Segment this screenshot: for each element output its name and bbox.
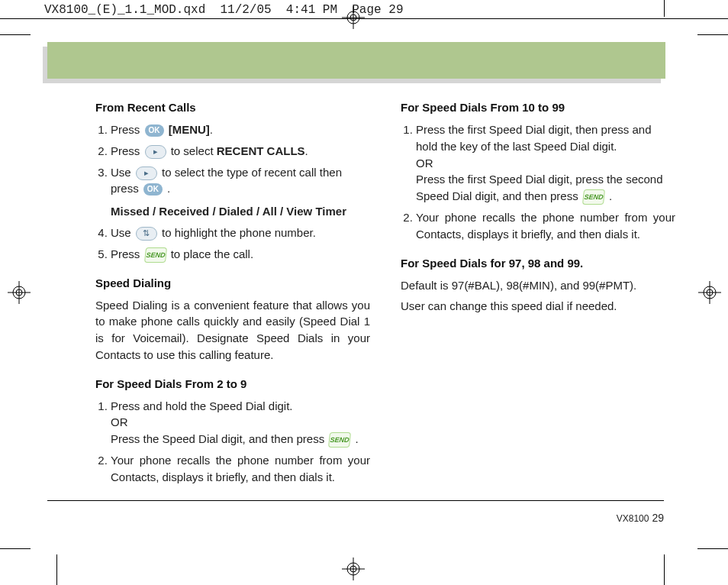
text: Press <box>111 247 143 260</box>
text: Use <box>111 166 134 179</box>
crop-mark <box>56 554 57 585</box>
menu-label: [MENU] <box>169 123 210 136</box>
sd-step-1: Press and hold the Speed Dial digit. OR … <box>111 398 370 448</box>
updown-arrow-icon: ⇅ <box>136 227 157 241</box>
sd-10-99-steps: Press the first Speed Dial digit, then p… <box>401 121 675 243</box>
page-label: 29 <box>652 512 664 524</box>
step-3: Use ▸ to select the type of recent call … <box>111 164 370 220</box>
or-label: OR <box>111 415 128 428</box>
default-speed-dials: Default is 97(#BAL), 98(#MIN), and 99(#P… <box>401 277 675 294</box>
text: Press <box>111 123 143 136</box>
register-mark-icon <box>8 281 31 304</box>
crop-mark <box>0 548 31 549</box>
text: . <box>352 432 358 445</box>
crop-mark <box>697 34 728 35</box>
recent-calls-steps: Press OK [MENU]. Press ▸ to select RECEN… <box>95 121 370 263</box>
heading-recent-calls: From Recent Calls <box>95 101 370 114</box>
step-2: Press ▸ to select RECENT CALLS. <box>111 143 370 160</box>
register-mark-icon <box>342 558 365 580</box>
sd-2-9-steps: Press and hold the Speed Dial digit. OR … <box>95 398 370 486</box>
heading-speed-dialing: Speed Dialing <box>95 276 370 289</box>
left-column: From Recent Calls Press OK [MENU]. Press… <box>95 98 370 499</box>
speed-dial-change-note: User can change this speed dial if neede… <box>401 298 675 315</box>
recent-calls-label: RECENT CALLS <box>217 144 305 157</box>
text: Press the Speed Dial digit, and then pre… <box>111 432 327 445</box>
ok-icon: OK <box>143 183 163 196</box>
crop-mark <box>0 34 31 35</box>
step-1: Press OK [MENU]. <box>111 121 370 138</box>
send-icon: SEND <box>328 432 351 448</box>
crop-mark <box>697 548 728 549</box>
step-4: Use ⇅ to highlight the phone number. <box>111 225 370 241</box>
or-label: OR <box>416 157 433 170</box>
register-mark-icon <box>342 6 365 29</box>
text: Press the first Speed Dial digit, then p… <box>416 123 652 153</box>
text: to highlight the phone number. <box>162 226 316 239</box>
text: . <box>210 123 213 136</box>
send-icon: SEND <box>143 247 166 263</box>
title-band <box>47 42 665 79</box>
model-label: VX8100 <box>617 513 649 524</box>
sd10-step-2: Your phone recalls the phone number from… <box>416 209 675 243</box>
page-number: VX810029 <box>617 512 664 524</box>
text: . <box>164 182 170 195</box>
text: Press <box>111 144 143 157</box>
text: Press and hold the Speed Dial digit. <box>111 399 292 412</box>
right-column: For Speed Dials From 10 to 99 Press the … <box>401 98 675 499</box>
text: to select <box>171 144 217 157</box>
sd10-step-1: Press the first Speed Dial digit, then p… <box>416 121 675 205</box>
text: Press the first Speed Dial digit, press … <box>416 173 663 202</box>
text: . <box>305 144 308 157</box>
step-5: Press SEND to place the call. <box>111 246 370 263</box>
text: to place the call. <box>171 247 253 260</box>
heading-sd-2-9: For Speed Dials From 2 to 9 <box>95 377 370 390</box>
crop-mark <box>664 554 665 585</box>
speed-dialing-desc: Speed Dialing is a convenient feature th… <box>95 297 370 364</box>
ok-icon: OK <box>145 124 164 137</box>
footer-rule <box>47 500 664 501</box>
heading-sd-10-99: For Speed Dials From 10 to 99 <box>401 101 675 114</box>
text: Use <box>111 226 134 239</box>
register-mark-icon <box>698 281 721 304</box>
call-types-list: Missed / Received / Dialed / All / View … <box>111 203 370 220</box>
heading-sd-97-99: For Speed Dials for 97, 98 and 99. <box>401 257 675 270</box>
body-columns: From Recent Calls Press OK [MENU]. Press… <box>95 98 675 499</box>
sd-step-2: Your phone recalls the phone number from… <box>111 452 370 486</box>
crop-mark <box>664 0 665 17</box>
right-arrow-icon: ▸ <box>136 166 157 180</box>
text: . <box>606 189 612 202</box>
send-icon: SEND <box>582 189 605 205</box>
right-arrow-icon: ▸ <box>145 145 166 159</box>
